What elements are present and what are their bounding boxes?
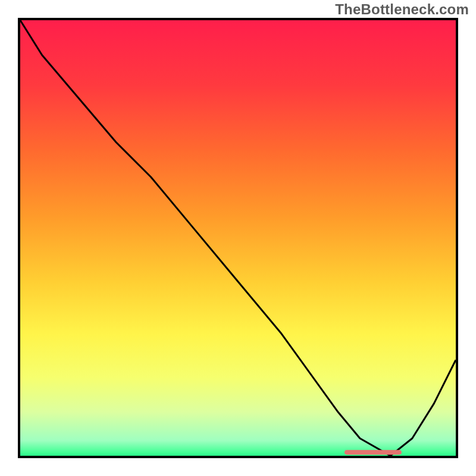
chart-plot <box>18 18 458 458</box>
watermark-text: TheBottleneck.com <box>335 1 469 18</box>
chart-container: TheBottleneck.com <box>0 0 476 476</box>
gradient-background <box>20 20 456 456</box>
chart-svg <box>18 18 458 458</box>
